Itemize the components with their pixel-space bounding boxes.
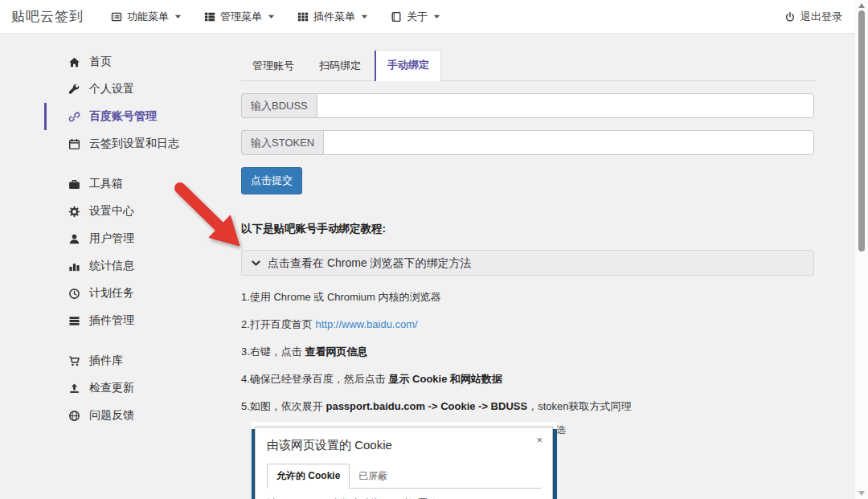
sidebar-item-plugin-store[interactable]: 插件库 [44, 347, 231, 374]
close-icon: × [536, 435, 542, 445]
sidebar-item-sign-settings-log[interactable]: 云签到设置和日志 [44, 130, 231, 157]
sidebar-item-scheduled-tasks[interactable]: 计划任务 [44, 280, 231, 307]
sidebar: 首页 个人设置 百度账号管理 云签到设置和日志 工具箱 设置中心 用户管理 统计… [44, 34, 231, 429]
step-bold-text: 查看网页信息 [305, 346, 367, 358]
submit-button[interactable]: 点击提交 [241, 167, 302, 194]
sidebar-item-baidu-accounts[interactable]: 百度账号管理 [44, 103, 231, 130]
chrome-binding-collapse-header[interactable]: 点击查看在 Chrome 浏览器下的绑定方法 [241, 250, 814, 276]
stoken-label: 输入STOKEN [241, 130, 323, 155]
brand[interactable]: 贴吧云签到 [0, 7, 93, 26]
th-list-icon [204, 11, 215, 22]
sidebar-item-label: 统计信息 [89, 259, 134, 273]
wrench-icon [68, 84, 80, 96]
logout-button[interactable]: 退出登录 [784, 10, 842, 24]
cookie-dialog: 由该网页设置的 Cookie × 允许的 Cookie 已屏蔽 以下 Cooki… [255, 427, 553, 499]
sidebar-item-check-update[interactable]: 检查更新 [44, 374, 231, 402]
step-text: 3.右键，点击 [241, 346, 305, 358]
menu-function[interactable]: 功能菜单 [111, 10, 182, 24]
step-text: 2.打开百度首页 [241, 318, 315, 330]
sidebar-item-label: 设置中心 [89, 204, 134, 219]
bduss-label: 输入BDUSS [241, 93, 317, 118]
tutorial-step-1: 1.使用 Chrome 或 Chromium 内核的浏览器 [241, 292, 816, 303]
cart-icon [68, 355, 80, 367]
step-text: ，stoken获取方式同理 [527, 400, 631, 412]
cookie-dialog-tabs: 允许的 Cookie 已屏蔽 [267, 464, 541, 489]
globe-icon [68, 410, 80, 422]
sidebar-item-label: 个人设置 [89, 82, 134, 96]
menu-label: 插件菜单 [313, 10, 355, 24]
sidebar-item-personal-settings[interactable]: 个人设置 [44, 76, 231, 103]
sidebar-item-label: 检查更新 [89, 381, 134, 395]
stoken-row: 输入STOKEN [241, 130, 814, 155]
nav-menus: 功能菜单 管理菜单 插件菜单 关于 [111, 10, 440, 24]
stoken-input[interactable] [323, 130, 814, 155]
book-icon [391, 11, 402, 22]
briefcase-icon [68, 178, 80, 190]
clock-icon [68, 288, 80, 300]
bduss-input[interactable] [317, 93, 814, 118]
main-content: 管理账号 扫码绑定 手动绑定 输入BDUSS 输入STOKEN 点击提交 以下是… [241, 34, 816, 499]
background-text-fragment: 选 [556, 423, 566, 437]
sidebar-item-user-management[interactable]: 用户管理 [44, 225, 231, 252]
sidebar-item-plugin-management[interactable]: 插件管理 [44, 307, 231, 334]
upload-icon [68, 382, 80, 395]
tutorial-step-2: 2.打开百度首页 http://www.baidu.com/ [241, 319, 816, 330]
scrollbar-thumb[interactable] [858, 10, 865, 252]
caret-down-icon [174, 13, 182, 20]
step-text: 4.确保已经登录百度，然后点击 [241, 373, 388, 385]
caret-down-icon [268, 13, 275, 20]
scrollbar-down-arrow-icon[interactable] [858, 491, 865, 496]
sidebar-item-label: 百度账号管理 [89, 109, 157, 124]
bar-chart-icon [68, 260, 80, 272]
scrollbar-up-arrow-icon[interactable] [858, 3, 865, 8]
sidebar-item-label: 用户管理 [89, 231, 134, 246]
chevron-down-icon [251, 258, 261, 268]
menu-plugins[interactable]: 插件菜单 [297, 10, 368, 24]
menu-manage[interactable]: 管理菜单 [204, 10, 275, 24]
list-alt-icon [111, 11, 122, 22]
baidu-homepage-link[interactable]: http://www.baidu.com/ [315, 318, 417, 330]
tab-manual-binding[interactable]: 手动绑定 [375, 50, 441, 81]
sidebar-item-feedback[interactable]: 问题反馈 [44, 402, 231, 429]
link-icon [68, 111, 80, 123]
sidebar-group-gap [44, 157, 231, 170]
stack-icon [68, 315, 80, 327]
sidebar-item-statistics[interactable]: 统计信息 [44, 252, 231, 280]
collapse-title: 点击查看在 Chrome 浏览器下的绑定方法 [268, 256, 472, 270]
sidebar-item-label: 首页 [89, 55, 112, 69]
sidebar-item-label: 插件管理 [89, 313, 134, 328]
menu-label: 功能菜单 [127, 10, 169, 24]
tab-qr-binding[interactable]: 扫码绑定 [308, 51, 372, 80]
vertical-scrollbar [855, 0, 868, 499]
caret-down-icon [361, 13, 368, 20]
step-text: 1.使用 Chrome 或 Chromium 内核的浏览器 [241, 291, 440, 303]
cookie-dialog-screenshot: 选 由该网页设置的 Cookie × 允许的 Cookie 已屏蔽 以下 Coo… [252, 422, 557, 499]
gear-icon [68, 206, 80, 218]
sidebar-group-gap [44, 334, 231, 347]
tutorial-heading: 以下是贴吧账号手动绑定教程: [241, 222, 816, 236]
step-bold-text: 显示 Cookie 和网站数据 [388, 373, 502, 385]
th-icon [297, 11, 309, 22]
step-bold-text: passport.baidu.com -> Cookie -> BDUSS [326, 400, 527, 412]
tutorial-step-3: 3.右键，点击 查看网页信息 [241, 346, 816, 358]
cookie-dialog-title: 由该网页设置的 Cookie [256, 427, 552, 453]
step-text: 5.如图，依次展开 [241, 400, 326, 412]
home-icon [68, 56, 80, 68]
calendar-icon [68, 138, 80, 150]
tutorial-step-4: 4.确保已经登录百度，然后点击 显示 Cookie 和网站数据 [241, 374, 816, 385]
sidebar-item-label: 插件库 [89, 354, 123, 368]
menu-label: 管理菜单 [220, 10, 262, 24]
cookie-tab-blocked: 已屏蔽 [350, 464, 396, 488]
sidebar-item-settings-center[interactable]: 设置中心 [44, 198, 231, 225]
sidebar-item-label: 问题反馈 [89, 408, 134, 423]
sidebar-item-label: 计划任务 [89, 286, 134, 301]
sidebar-item-label: 工具箱 [89, 177, 123, 191]
tab-manage-accounts[interactable]: 管理账号 [241, 51, 305, 80]
menu-about[interactable]: 关于 [391, 10, 440, 24]
power-icon [784, 11, 796, 22]
cookie-tab-allowed: 允许的 Cookie [267, 464, 350, 489]
sidebar-item-toolbox[interactable]: 工具箱 [44, 170, 231, 198]
user-icon [68, 233, 80, 245]
bduss-row: 输入BDUSS [241, 93, 814, 118]
sidebar-item-home[interactable]: 首页 [44, 48, 231, 76]
